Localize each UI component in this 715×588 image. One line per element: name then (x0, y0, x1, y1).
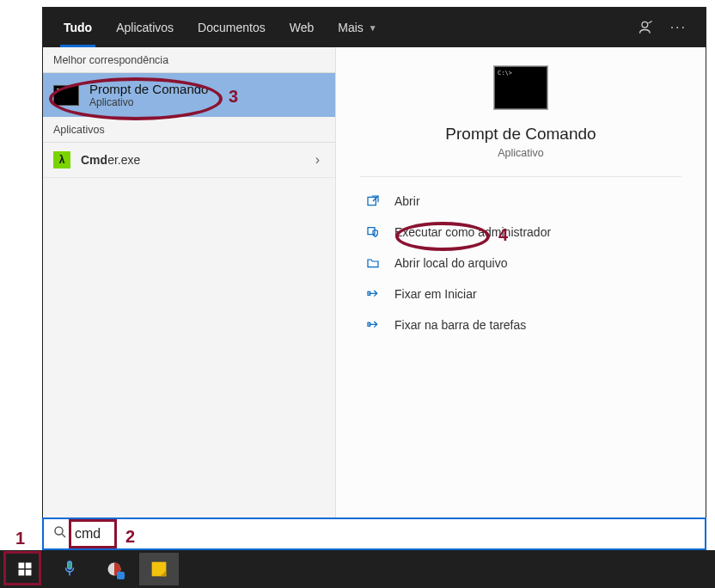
search-box[interactable] (42, 518, 706, 550)
tab-label: Tudo (64, 21, 92, 34)
action-label: Fixar na barra de tarefas (394, 318, 526, 332)
tab-documents[interactable]: Documentos (186, 8, 278, 47)
search-icon (52, 524, 68, 543)
app-result-item[interactable]: λ Cmder.exe › (43, 143, 335, 178)
annotation-4: 4 (498, 225, 508, 245)
taskbar (0, 550, 715, 588)
taskbar-icon-notes[interactable] (139, 553, 179, 585)
preview-icon (494, 66, 547, 109)
search-input[interactable] (75, 526, 696, 542)
taskbar-icon-snip[interactable] (95, 553, 134, 585)
tab-label: Documentos (198, 21, 266, 34)
pin-icon (365, 287, 381, 301)
tab-label: Aplicativos (116, 21, 174, 34)
action-pin-taskbar[interactable]: Fixar na barra de tarefas (360, 311, 681, 339)
annotation-3: 3 (229, 87, 238, 107)
annotation-oval-4 (395, 222, 490, 251)
svg-point-5 (55, 527, 63, 535)
results-right: Prompt de Comando Aplicativo Abrir Execu… (335, 47, 706, 549)
tab-more[interactable]: Mais▼ (326, 8, 388, 47)
tabs-bar: Tudo Aplicativos Documentos Web Mais▼ ··… (43, 8, 706, 47)
annotation-box-2 (69, 519, 117, 548)
taskbar-cortana[interactable] (50, 553, 89, 585)
tab-apps[interactable]: Aplicativos (104, 8, 186, 47)
shield-icon (365, 225, 381, 239)
svg-rect-4 (368, 322, 370, 326)
apps-header: Aplicativos (43, 117, 335, 143)
action-open[interactable]: Abrir (360, 187, 681, 215)
cmder-icon: λ (53, 151, 70, 168)
action-pin-start[interactable]: Fixar em Iniciar (360, 280, 681, 308)
action-label: Abrir (394, 194, 420, 208)
annotation-box-1 (3, 551, 41, 585)
preview-title: Prompt de Comando (445, 125, 596, 144)
app-result-label: Cmder.exe (81, 153, 140, 167)
tab-web[interactable]: Web (278, 8, 327, 47)
svg-rect-10 (68, 561, 72, 569)
folder-icon (365, 256, 381, 270)
preview-block: Prompt de Comando Aplicativo (360, 66, 681, 177)
best-match-header: Melhor correspondência (43, 47, 335, 73)
tab-label: Mais (338, 21, 364, 34)
top-actions: ··· (638, 19, 697, 36)
tab-all[interactable]: Tudo (52, 8, 104, 47)
actions-list: Abrir Executar como administrador Abrir … (336, 177, 706, 349)
tabs: Tudo Aplicativos Documentos Web Mais▼ (52, 8, 389, 47)
pin-taskbar-icon (365, 318, 381, 332)
action-open-location[interactable]: Abrir local do arquivo (360, 249, 681, 277)
svg-rect-3 (368, 291, 370, 295)
action-label: Fixar em Iniciar (394, 287, 477, 301)
svg-point-0 (642, 21, 648, 28)
chevron-down-icon: ▼ (369, 23, 377, 33)
results-left: Melhor correspondência Prompt de Comando… (43, 47, 335, 549)
svg-rect-1 (368, 197, 376, 205)
more-icon[interactable]: ··· (670, 20, 687, 35)
feedback-icon[interactable] (638, 19, 655, 36)
results-body: Melhor correspondência Prompt de Comando… (43, 47, 706, 549)
annotation-2: 2 (125, 527, 135, 547)
action-label: Abrir local do arquivo (394, 256, 508, 270)
annotation-oval-3 (49, 77, 223, 120)
tab-label: Web (290, 21, 315, 34)
preview-subtitle: Aplicativo (498, 147, 544, 159)
chevron-right-icon[interactable]: › (315, 152, 325, 168)
open-icon (365, 194, 381, 208)
annotation-1: 1 (15, 529, 25, 548)
